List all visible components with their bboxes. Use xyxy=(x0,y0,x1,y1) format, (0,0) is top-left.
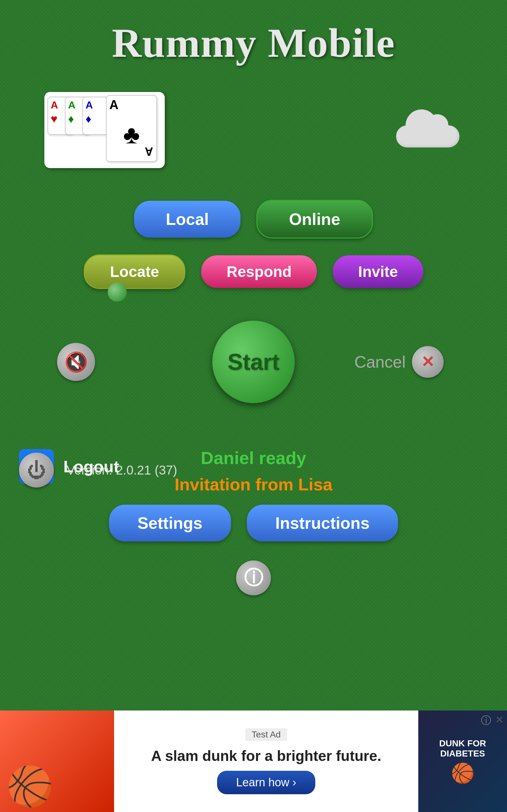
ad-image-right: DUNK FOR DIABETES 🏀 xyxy=(418,711,507,812)
ad-learn-button[interactable]: Learn how › xyxy=(217,771,315,794)
cancel-icon: ✕ xyxy=(421,353,435,371)
mute-icon: 🔇 xyxy=(64,351,88,373)
power-button[interactable]: ⏻ xyxy=(19,453,54,488)
start-button[interactable]: Start xyxy=(212,321,295,403)
player-ready-status: Daniel ready xyxy=(201,448,306,468)
respond-button[interactable]: Respond xyxy=(201,255,317,288)
invitation-status: Invitation from Lisa xyxy=(175,474,332,494)
locate-button[interactable]: Locate xyxy=(83,254,185,289)
green-dot-small xyxy=(108,283,127,302)
online-button[interactable]: Online xyxy=(257,200,373,239)
ad-image-left xyxy=(0,711,114,812)
status-center: Daniel ready Invitation from Lisa xyxy=(175,448,332,494)
network-buttons-row: Locate Respond Invite xyxy=(83,254,423,289)
ad-badge: DUNK FOR DIABETES xyxy=(418,739,507,759)
info-button[interactable]: ⓘ xyxy=(236,560,271,595)
ad-banner: Test Ad A slam dunk for a brighter futur… xyxy=(0,711,507,812)
instructions-button[interactable]: Instructions xyxy=(247,505,398,542)
ad-tagline: A slam dunk for a brighter future. xyxy=(151,747,382,764)
app-title: Rummy Mobile xyxy=(0,0,507,67)
cancel-group: Cancel ✕ xyxy=(354,346,444,378)
bottom-action-buttons: Settings Instructions xyxy=(0,505,507,542)
invite-button[interactable]: Invite xyxy=(333,255,423,288)
version-label: Version: 2.0.21 (37) xyxy=(66,463,177,477)
settings-button[interactable]: Settings xyxy=(109,505,231,542)
cards-display: A ♥ A ♦ A ♦ A ♣ A xyxy=(44,92,165,168)
mode-buttons-row: Local Online xyxy=(134,200,373,239)
mute-button[interactable]: 🔇 xyxy=(57,343,95,381)
local-button[interactable]: Local xyxy=(134,201,240,238)
ad-info-button[interactable]: ⓘ xyxy=(481,714,491,728)
cancel-label: Cancel xyxy=(354,352,406,371)
power-icon: ⏻ xyxy=(27,459,46,481)
cloud-decoration xyxy=(393,113,463,148)
power-section: ⏻ Version: 2.0.21 (37) xyxy=(19,453,177,488)
cancel-button[interactable]: ✕ xyxy=(412,346,444,378)
ad-content: Test Ad A slam dunk for a brighter futur… xyxy=(114,711,418,812)
ad-test-label: Test Ad xyxy=(245,728,287,741)
ad-close-button[interactable]: ✕ xyxy=(495,714,504,726)
info-icon: ⓘ xyxy=(244,565,263,591)
